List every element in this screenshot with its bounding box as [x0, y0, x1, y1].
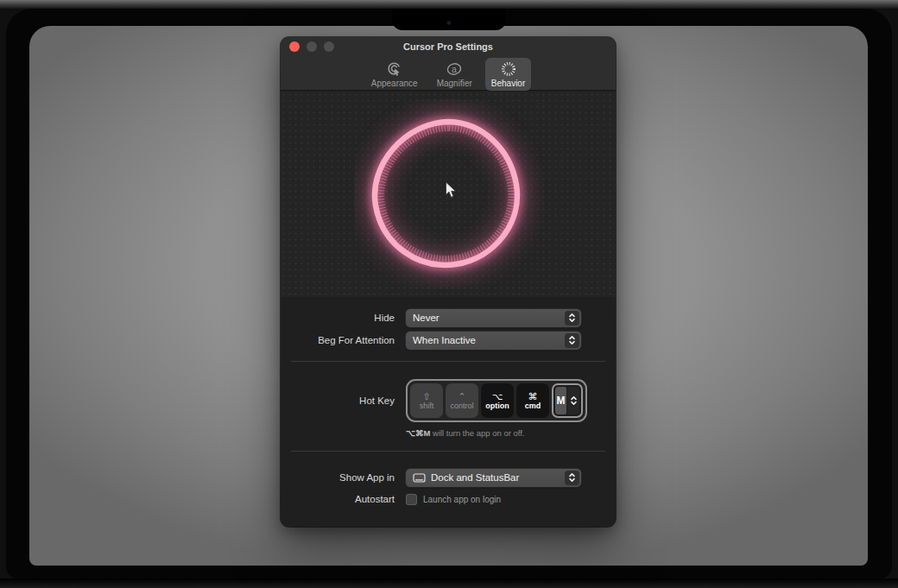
hot-key-caption: ⌥⌘M will turn the app on or off.	[406, 428, 525, 438]
show-app-in-select[interactable]: Dock and StatusBar	[406, 469, 581, 487]
sunburst-icon	[500, 60, 517, 78]
tab-label: Appearance	[371, 79, 418, 88]
zoom-button[interactable]	[324, 41, 334, 52]
tab-magnifier[interactable]: a Magnifier	[431, 58, 478, 91]
magnifier-icon: a	[446, 60, 463, 78]
laptop-top-edge	[0, 0, 898, 9]
beg-for-attention-select[interactable]: When Inactive	[406, 332, 581, 350]
titlebar[interactable]: Cursor Pro Settings	[281, 37, 616, 56]
chevron-up-down-icon	[565, 311, 579, 326]
svg-text:a: a	[452, 64, 457, 74]
cursor-click-icon	[386, 60, 403, 78]
hot-key-label: Hot Key	[281, 395, 395, 406]
hot-key-caption-rest: will turn the app on or off.	[430, 428, 524, 438]
beg-for-attention-select-value: When Inactive	[413, 335, 476, 345]
hide-label: Hide	[281, 313, 395, 323]
launch-on-login-checkbox-label: Launch app on login	[423, 495, 501, 504]
key-label: cmd	[525, 401, 541, 410]
settings-window: Cursor Pro Settings Appearance	[281, 37, 616, 527]
hot-key-recorder[interactable]: ⇧ shift ⌃ control ⌥ option ⌘ cmd	[406, 379, 587, 422]
traffic-lights	[289, 41, 334, 52]
launch-on-login-checkbox[interactable]	[406, 494, 417, 505]
key-letter-stepper[interactable]: M	[552, 383, 583, 418]
key-label: option	[485, 401, 509, 410]
tab-appearance[interactable]: Appearance	[365, 58, 424, 91]
autostart-label: Autostart	[281, 494, 395, 504]
settings-panel: Hide Never Beg For Attention When Inacti…	[281, 297, 616, 527]
show-app-in-label: Show App in	[281, 472, 395, 483]
chevron-up-down-icon	[565, 333, 579, 348]
hot-key-caption-shortcut: ⌥⌘M	[406, 428, 430, 438]
dock-icon	[413, 473, 426, 483]
key-option[interactable]: ⌥ option	[481, 383, 514, 418]
beg-for-attention-label: Beg For Attention	[281, 335, 395, 345]
tab-label: Behavior	[491, 79, 525, 88]
control-symbol: ⌃	[458, 391, 465, 401]
key-label: control	[450, 401, 473, 410]
hide-select[interactable]: Never	[406, 309, 581, 327]
display-notch	[392, 9, 506, 30]
laptop-mockup: Cursor Pro Settings Appearance	[0, 0, 898, 588]
minimize-button[interactable]	[307, 41, 317, 52]
key-shift[interactable]: ⇧ shift	[410, 383, 443, 418]
show-app-in-select-value: Dock and StatusBar	[431, 472, 519, 483]
tab-label: Magnifier	[437, 79, 472, 88]
laptop-bottom-edge	[0, 579, 898, 588]
chevron-up-down-icon	[565, 471, 579, 485]
cmd-symbol: ⌘	[528, 391, 538, 401]
shift-symbol: ⇧	[422, 391, 430, 401]
tab-behavior[interactable]: Behavior	[485, 58, 531, 91]
section-divider	[291, 361, 605, 362]
key-control[interactable]: ⌃ control	[446, 383, 478, 418]
section-divider	[291, 451, 605, 452]
key-label: shift	[420, 401, 434, 410]
close-button[interactable]	[289, 41, 300, 52]
stepper-chevrons-icon[interactable]	[567, 387, 579, 414]
hide-select-value: Never	[413, 313, 440, 323]
option-symbol: ⌥	[492, 391, 503, 401]
key-letter[interactable]: M	[555, 387, 566, 414]
camera-dot	[447, 21, 452, 25]
arrow-pointer-icon	[445, 181, 458, 199]
tab-bar: Appearance a Magnifier Behavior	[281, 56, 616, 91]
key-cmd[interactable]: ⌘ cmd	[516, 383, 549, 418]
cursor-preview-canvas[interactable]	[281, 92, 616, 297]
